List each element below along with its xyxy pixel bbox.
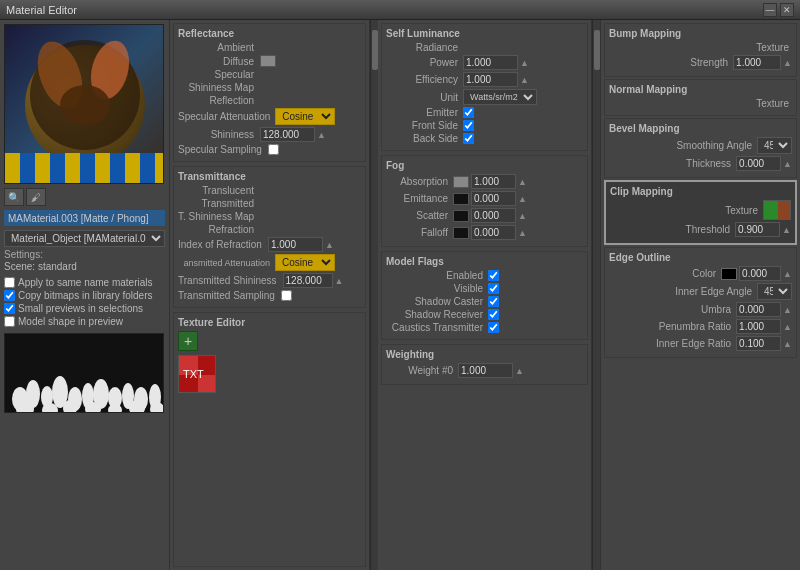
inner-edge-ratio-spin[interactable]: ▲ bbox=[783, 339, 792, 349]
thickness-spin[interactable]: ▲ bbox=[783, 159, 792, 169]
falloff-spin[interactable]: ▲ bbox=[518, 228, 527, 238]
scatter-swatch[interactable] bbox=[453, 210, 469, 222]
bump-strength-spin[interactable]: ▲ bbox=[783, 58, 792, 68]
edge-color-input[interactable] bbox=[739, 266, 781, 281]
scrollbar-col1[interactable] bbox=[370, 20, 378, 570]
normal-mapping-section: Normal Mapping Texture bbox=[604, 79, 797, 116]
ior-spin[interactable]: ▲ bbox=[325, 240, 334, 250]
absorption-spin[interactable]: ▲ bbox=[518, 177, 527, 187]
add-texture-button[interactable]: + bbox=[178, 331, 198, 351]
shininess-map-row: Shininess Map bbox=[178, 82, 361, 93]
scene-value: Scene: standard bbox=[4, 261, 165, 272]
checkbox-apply-same: Apply to same name materials bbox=[4, 277, 165, 288]
visible-row: Visible bbox=[386, 283, 583, 294]
smoothing-angle-select[interactable]: 45 bbox=[757, 137, 792, 154]
thickness-label: Thickness bbox=[609, 158, 734, 169]
falloff-input[interactable] bbox=[471, 225, 516, 240]
scrollbar-col2[interactable] bbox=[592, 20, 600, 570]
trans-attenuation-select[interactable]: Cosine bbox=[275, 254, 335, 271]
spec-attenuation-select[interactable]: Cosine bbox=[275, 108, 335, 125]
penumbra-label: Penumbra Ratio bbox=[609, 321, 734, 332]
absorption-input[interactable] bbox=[471, 174, 516, 189]
trans-shininess-spin[interactable]: ▲ bbox=[335, 276, 344, 286]
enabled-checkbox[interactable] bbox=[488, 270, 499, 281]
clip-threshold-spin[interactable]: ▲ bbox=[782, 225, 791, 235]
clip-threshold-input[interactable] bbox=[735, 222, 780, 237]
shininess-input[interactable] bbox=[260, 127, 315, 142]
power-label: Power bbox=[386, 57, 461, 68]
clip-texture-thumb[interactable] bbox=[763, 200, 791, 220]
umbra-spin[interactable]: ▲ bbox=[783, 305, 792, 315]
falloff-swatch[interactable] bbox=[453, 227, 469, 239]
back-side-checkbox[interactable] bbox=[463, 133, 474, 144]
self-luminance-title: Self Luminance bbox=[386, 28, 583, 39]
penumbra-input[interactable] bbox=[736, 319, 781, 334]
normal-mapping-title: Normal Mapping bbox=[609, 84, 792, 95]
copy-bitmaps-label: Copy bitmaps in library folders bbox=[18, 290, 153, 301]
shininess-map-label: Shininess Map bbox=[178, 82, 258, 93]
weight-input[interactable] bbox=[458, 363, 513, 378]
front-side-checkbox[interactable] bbox=[463, 120, 474, 131]
checker-strip bbox=[5, 153, 163, 183]
efficiency-spin[interactable]: ▲ bbox=[520, 75, 529, 85]
visible-checkbox[interactable] bbox=[488, 283, 499, 294]
shadow-caster-label: Shadow Caster bbox=[386, 296, 486, 307]
bump-strength-input[interactable] bbox=[733, 55, 781, 70]
clip-mapping-section: Clip Mapping Texture Threshold ▲ bbox=[604, 180, 797, 245]
inner-edge-angle-select[interactable]: 45 bbox=[757, 283, 792, 300]
shininess-spin[interactable]: ▲ bbox=[317, 130, 326, 140]
smoothing-angle-row: Smoothing Angle 45 bbox=[609, 137, 792, 154]
model-flags-section: Model Flags Enabled Visible Shadow Caste… bbox=[381, 251, 588, 340]
trans-sampling-checkbox[interactable] bbox=[281, 290, 292, 301]
shadow-caster-checkbox[interactable] bbox=[488, 296, 499, 307]
weight-spin[interactable]: ▲ bbox=[515, 366, 524, 376]
weight-row: Weight #0 ▲ bbox=[386, 363, 583, 378]
emittance-spin[interactable]: ▲ bbox=[518, 194, 527, 204]
model-shape-checkbox[interactable] bbox=[4, 316, 15, 327]
copy-bitmaps-checkbox[interactable] bbox=[4, 290, 15, 301]
zoom-button[interactable]: 🔍 bbox=[4, 188, 24, 206]
inner-edge-ratio-row: Inner Edge Ratio ▲ bbox=[609, 336, 792, 351]
edge-color-swatch[interactable] bbox=[721, 268, 737, 280]
texture-editor-section: Texture Editor + TXT bbox=[173, 312, 366, 567]
small-previews-checkbox[interactable] bbox=[4, 303, 15, 314]
right-panel: Bump Mapping Texture Strength ▲ Normal M… bbox=[600, 20, 800, 570]
umbra-input[interactable] bbox=[736, 302, 781, 317]
power-input[interactable] bbox=[463, 55, 518, 70]
silhouette-preview bbox=[4, 333, 164, 413]
efficiency-input[interactable] bbox=[463, 72, 518, 87]
close-button[interactable]: ✕ bbox=[780, 3, 794, 17]
visible-label: Visible bbox=[386, 283, 486, 294]
emitter-checkbox[interactable] bbox=[463, 107, 474, 118]
spec-sampling-checkbox[interactable] bbox=[268, 144, 279, 155]
absorption-swatch[interactable] bbox=[453, 176, 469, 188]
material-name: MAMaterial.003 [Matte / Phong] bbox=[8, 213, 149, 224]
scatter-input[interactable] bbox=[471, 208, 516, 223]
power-spin[interactable]: ▲ bbox=[520, 58, 529, 68]
window-title: Material Editor bbox=[6, 4, 77, 16]
inner-edge-ratio-input[interactable] bbox=[736, 336, 781, 351]
apply-same-checkbox[interactable] bbox=[4, 277, 15, 288]
object-dropdown-row: Material_Object [MAMaterial.003] bbox=[4, 230, 165, 247]
caustics-label: Caustics Transmitter bbox=[386, 322, 486, 333]
ior-input[interactable] bbox=[268, 237, 323, 252]
thickness-input[interactable] bbox=[736, 156, 781, 171]
edge-color-spin[interactable]: ▲ bbox=[783, 269, 792, 279]
small-previews-label: Small previews in selections bbox=[18, 303, 143, 314]
power-row: Power ▲ bbox=[386, 55, 583, 70]
trans-shininess-input[interactable] bbox=[283, 273, 333, 288]
emittance-input[interactable] bbox=[471, 191, 516, 206]
trans-attenuation-label: ansmitted Attenuation bbox=[178, 258, 273, 268]
edge-outline-section: Edge Outline Color ▲ Inner Edge Angle 45… bbox=[604, 247, 797, 358]
shadow-receiver-checkbox[interactable] bbox=[488, 309, 499, 320]
object-select[interactable]: Material_Object [MAMaterial.003] bbox=[4, 230, 165, 247]
scatter-spin[interactable]: ▲ bbox=[518, 211, 527, 221]
minimize-button[interactable]: — bbox=[763, 3, 777, 17]
emittance-row: Emittance ▲ bbox=[386, 191, 583, 206]
penumbra-spin[interactable]: ▲ bbox=[783, 322, 792, 332]
diffuse-swatch[interactable] bbox=[260, 55, 276, 67]
unit-select[interactable]: Watts/sr/m2 bbox=[463, 89, 537, 105]
caustics-checkbox[interactable] bbox=[488, 322, 499, 333]
paint-button[interactable]: 🖌 bbox=[26, 188, 46, 206]
emittance-swatch[interactable] bbox=[453, 193, 469, 205]
